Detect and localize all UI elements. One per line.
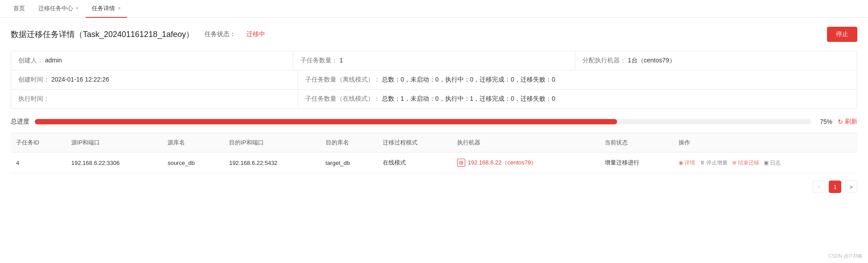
info-exec-time: 执行时间： bbox=[11, 90, 298, 108]
action-stop-incr[interactable]: ⏸ 停止增量 bbox=[700, 159, 728, 167]
cell-executor: ⊞ 192.168.6.22（centos79） bbox=[452, 152, 599, 173]
col-header-dest-db: 目的库名 bbox=[320, 133, 378, 152]
col-header-actions: 操作 bbox=[673, 133, 857, 152]
progress-section: 总进度 75% ↻ 刷新 bbox=[11, 118, 857, 126]
data-table: 子任务ID 源IP和端口 源库名 目的IP和端口 目的库名 迁移过程模式 执行机… bbox=[11, 133, 857, 173]
tab-migration-center-label: 迁移任务中心 bbox=[38, 4, 73, 12]
info-subtask-count: 子任务数量： 1 bbox=[293, 51, 575, 70]
refresh-button[interactable]: ↻ 刷新 bbox=[838, 118, 857, 126]
cell-mode: 在线模式 bbox=[377, 152, 451, 173]
info-create-time-label: 创建时间： bbox=[18, 76, 49, 84]
col-header-status: 当前状态 bbox=[599, 133, 673, 152]
tab-task-detail-close[interactable]: × bbox=[118, 6, 120, 11]
cell-source-db: source_db bbox=[162, 152, 224, 173]
table-row: 4 192.168.6.22:3306 source_db 192.168.6.… bbox=[11, 152, 857, 173]
log-label: 日志 bbox=[770, 159, 781, 167]
tab-bar: 首页 迁移任务中心 × 任务详情 × bbox=[0, 0, 868, 18]
page-content: 数据迁移任务详情（Task_202401161218_1afeoy） 任务状态：… bbox=[0, 18, 868, 263]
info-subtask-online-value: 总数：1，未启动：0，执行中：1，迁移完成：0，迁移失败：0 bbox=[382, 95, 555, 103]
info-executor-machine-label: 分配执行机器： bbox=[582, 57, 626, 65]
refresh-label: 刷新 bbox=[845, 118, 857, 126]
executor-cell: ⊞ 192.168.6.22（centos79） bbox=[457, 159, 594, 167]
cell-actions: ◉ 详情 ⏸ 停止增量 ⊗ 结束迁移 ▣ 日志 bbox=[673, 152, 857, 173]
page-next-button[interactable]: > bbox=[845, 181, 857, 193]
info-creator-value: admin bbox=[45, 57, 62, 64]
info-card: 创建人： admin 子任务数量： 1 分配执行机器： 1台（centos79）… bbox=[11, 51, 857, 109]
info-row-2: 创建时间： 2024-01-16 12:22:26 子任务数量（离线模式）： 总… bbox=[11, 70, 857, 90]
tab-task-detail-label: 任务详情 bbox=[92, 4, 115, 12]
info-create-time: 创建时间： 2024-01-16 12:22:26 bbox=[11, 70, 298, 89]
page-header: 数据迁移任务详情（Task_202401161218_1afeoy） 任务状态：… bbox=[11, 27, 857, 42]
executor-value: 192.168.6.22（centos79） bbox=[468, 159, 537, 167]
action-links: ◉ 详情 ⏸ 停止增量 ⊗ 结束迁移 ▣ 日志 bbox=[679, 159, 852, 167]
progress-percent: 75% bbox=[816, 118, 832, 125]
detail-label: 详情 bbox=[684, 159, 695, 167]
cell-dest-db: target_db bbox=[320, 152, 378, 173]
info-subtask-offline: 子任务数量（离线模式）： 总数：0，未启动：0，执行中：0，迁移完成：0，迁移失… bbox=[298, 70, 857, 89]
log-icon: ▣ bbox=[764, 160, 769, 166]
cell-dest-ip: 192.168.6.22:5432 bbox=[224, 152, 320, 173]
col-header-source-ip: 源IP和端口 bbox=[66, 133, 162, 152]
info-creator-label: 创建人： bbox=[18, 57, 43, 65]
info-create-time-value: 2024-01-16 12:22:26 bbox=[51, 76, 109, 83]
status-label: 任务状态： bbox=[205, 30, 236, 38]
info-executor-machine: 分配执行机器： 1台（centos79） bbox=[575, 51, 857, 70]
progress-bar-fill bbox=[35, 119, 617, 124]
info-subtask-offline-label: 子任务数量（离线模式）： bbox=[305, 76, 380, 84]
info-row-1: 创建人： admin 子任务数量： 1 分配执行机器： 1台（centos79） bbox=[11, 51, 857, 70]
progress-bar-wrap bbox=[35, 119, 811, 124]
cell-status: 增量迁移进行 bbox=[599, 152, 673, 173]
tab-migration-center[interactable]: 迁移任务中心 × bbox=[32, 0, 85, 18]
info-subtask-count-value: 1 bbox=[340, 57, 343, 64]
info-subtask-count-label: 子任务数量： bbox=[300, 57, 338, 65]
action-log[interactable]: ▣ 日志 bbox=[764, 159, 781, 167]
watermark: CSDN @IT邦略 bbox=[828, 253, 863, 259]
stop-incr-icon: ⏸ bbox=[700, 160, 705, 166]
tab-home-label: 首页 bbox=[13, 4, 25, 12]
info-subtask-online: 子任务数量（在线模式）： 总数：1，未启动：0，执行中：1，迁移完成：0，迁移失… bbox=[298, 90, 857, 108]
table-header-row: 子任务ID 源IP和端口 源库名 目的IP和端口 目的库名 迁移过程模式 执行机… bbox=[11, 133, 857, 152]
info-executor-machine-value: 1台（centos79） bbox=[628, 57, 676, 65]
pagination: < 1 > bbox=[11, 181, 857, 193]
detail-icon: ◉ bbox=[679, 160, 683, 166]
tab-home[interactable]: 首页 bbox=[7, 0, 31, 18]
info-exec-time-label: 执行时间： bbox=[18, 95, 49, 103]
page-1-button[interactable]: 1 bbox=[829, 181, 841, 193]
col-header-mode: 迁移过程模式 bbox=[377, 133, 451, 152]
end-migrate-icon: ⊗ bbox=[732, 160, 737, 166]
executor-icon: ⊞ bbox=[457, 159, 465, 167]
stop-incr-label: 停止增量 bbox=[706, 159, 728, 167]
action-detail[interactable]: ◉ 详情 bbox=[679, 159, 695, 167]
info-subtask-online-label: 子任务数量（在线模式）： bbox=[305, 95, 380, 103]
cell-id: 4 bbox=[11, 152, 66, 173]
status-value: 迁移中 bbox=[246, 30, 265, 38]
tab-task-detail[interactable]: 任务详情 × bbox=[86, 0, 127, 18]
progress-label: 总进度 bbox=[11, 118, 29, 126]
page-prev-button[interactable]: < bbox=[813, 181, 825, 193]
col-header-id: 子任务ID bbox=[11, 133, 66, 152]
col-header-dest-ip: 目的IP和端口 bbox=[224, 133, 320, 152]
info-creator: 创建人： admin bbox=[11, 51, 293, 70]
info-subtask-offline-value: 总数：0，未启动：0，执行中：0，迁移完成：0，迁移失败：0 bbox=[382, 76, 555, 84]
tab-migration-center-close[interactable]: × bbox=[76, 6, 78, 11]
col-header-source-db: 源库名 bbox=[162, 133, 224, 152]
stop-button[interactable]: 停止 bbox=[827, 27, 857, 42]
cell-source-ip: 192.168.6.22:3306 bbox=[66, 152, 162, 173]
refresh-icon: ↻ bbox=[838, 118, 843, 125]
end-migrate-label: 结束迁移 bbox=[738, 159, 759, 167]
action-end-migrate[interactable]: ⊗ 结束迁移 bbox=[732, 159, 759, 167]
page-title: 数据迁移任务详情（Task_202401161218_1afeoy） bbox=[11, 29, 194, 40]
info-row-3: 执行时间： 子任务数量（在线模式）： 总数：1，未启动：0，执行中：1，迁移完成… bbox=[11, 90, 857, 108]
col-header-executor: 执行机器 bbox=[452, 133, 599, 152]
